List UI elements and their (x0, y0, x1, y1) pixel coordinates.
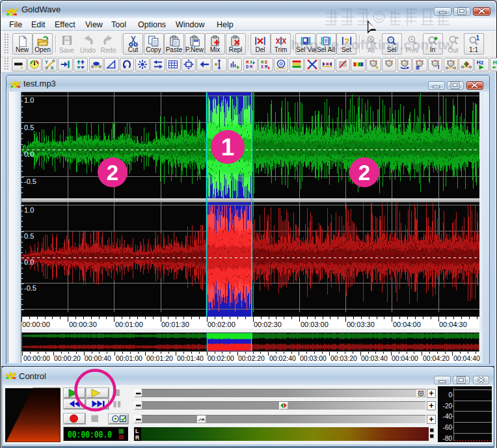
svg-text:Y: Y (45, 59, 48, 65)
svg-text:M: M (265, 64, 267, 70)
svg-text:X: X (261, 64, 264, 70)
svg-text:M: M (250, 64, 252, 70)
svg-text:1: 1 (476, 35, 479, 42)
svg-text:Hz: Hz (492, 59, 497, 66)
svg-text:?: ? (343, 36, 349, 46)
svg-text:X: X (50, 65, 53, 70)
svg-text:!: ! (438, 63, 440, 70)
svg-text:D: D (246, 64, 248, 70)
svg-text:Hz: Hz (477, 59, 484, 66)
